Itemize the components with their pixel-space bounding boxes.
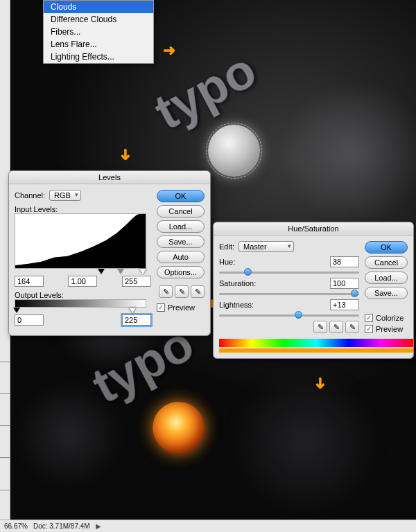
eyedropper-white-icon[interactable]: ✎ [191, 285, 205, 298]
doc-size: Doc: 3.71M/87.4M [33, 522, 90, 530]
colorize-checkbox[interactable]: ✓ [365, 314, 373, 322]
filter-render-menu: Clouds Difference Clouds Fibers... Lens … [43, 0, 154, 64]
preview-label: Preview [168, 303, 195, 312]
arrow-down-icon: ➜ [311, 377, 329, 389]
arrow-right-icon: ➜ [163, 42, 175, 60]
saturation-thumb[interactable] [351, 290, 358, 297]
eyedropper-black-icon[interactable]: ✎ [159, 285, 173, 298]
moon-selection [208, 125, 260, 177]
output-white-slider[interactable] [129, 308, 136, 313]
load-button[interactable]: Load... [365, 272, 408, 284]
histogram [15, 213, 146, 269]
colorize-label: Colorize [376, 314, 404, 322]
lightness-field[interactable] [330, 299, 359, 310]
save-button[interactable]: Save... [157, 236, 205, 248]
input-slider[interactable] [15, 269, 146, 276]
status-arrow-icon[interactable]: ▶ [96, 522, 101, 530]
save-button[interactable]: Save... [365, 287, 408, 299]
output-levels-label: Output Levels: [15, 291, 151, 299]
lightness-thumb[interactable] [295, 311, 302, 319]
preview-checkbox[interactable]: ✓ [157, 303, 165, 312]
levels-dialog: Levels Channel: RGB Input Levels: Output… [8, 170, 211, 336]
hue-label: Hue: [219, 258, 262, 266]
black-point-slider[interactable] [98, 269, 105, 274]
hue-slider[interactable] [219, 272, 359, 274]
status-bar: 66.67% Doc: 3.71M/87.4M ▶ [0, 520, 416, 532]
cancel-button[interactable]: Cancel [365, 256, 408, 269]
cancel-button[interactable]: Cancel [157, 205, 205, 218]
preview-label: Preview [376, 325, 403, 333]
load-button[interactable]: Load... [157, 220, 205, 233]
hue-spectrum [219, 339, 413, 347]
sun-sphere [153, 402, 205, 454]
input-mid-field[interactable] [68, 276, 97, 287]
cloud-texture [263, 90, 416, 215]
input-black-field[interactable] [15, 276, 44, 287]
preview-checkbox[interactable]: ✓ [365, 325, 373, 333]
menu-item-clouds[interactable]: Clouds [44, 1, 153, 13]
result-spectrum [219, 348, 413, 353]
lightness-slider[interactable] [219, 314, 359, 317]
menu-item-lighting-effects[interactable]: Lighting Effects... [44, 51, 153, 63]
cloud-texture [201, 373, 409, 511]
output-white-field[interactable] [122, 314, 151, 326]
menu-item-lens-flare[interactable]: Lens Flare... [44, 38, 153, 51]
output-black-field[interactable] [15, 314, 44, 326]
huesat-title: Hue/Saturation [214, 222, 413, 236]
eyedropper-add-icon[interactable]: ✎ [329, 321, 343, 333]
channel-select[interactable]: RGB [49, 190, 81, 201]
white-point-slider[interactable] [139, 269, 146, 274]
ok-button[interactable]: OK [365, 241, 408, 254]
lightness-label: Lightness: [219, 301, 262, 309]
saturation-label: Saturation: [219, 279, 262, 287]
eyedropper-gray-icon[interactable]: ✎ [175, 285, 189, 298]
zoom-level[interactable]: 66.67% [4, 522, 28, 530]
saturation-slider[interactable] [219, 293, 359, 295]
menu-item-difference-clouds[interactable]: Difference Clouds [44, 13, 153, 26]
auto-button[interactable]: Auto [157, 251, 205, 263]
eyedropper-icon[interactable]: ✎ [313, 321, 327, 333]
eyedropper-subtract-icon[interactable]: ✎ [345, 321, 359, 333]
input-levels-label: Input Levels: [15, 205, 151, 213]
output-gradient [15, 299, 146, 308]
saturation-field[interactable] [330, 278, 359, 289]
output-slider[interactable] [15, 308, 146, 314]
output-black-slider[interactable] [13, 308, 20, 313]
levels-title: Levels [9, 171, 210, 184]
edit-select[interactable]: Master [239, 241, 294, 252]
input-white-field[interactable] [122, 276, 151, 287]
menu-item-fibers[interactable]: Fibers... [44, 26, 153, 38]
hue-thumb[interactable] [244, 268, 252, 276]
arrow-down-icon: ➜ [116, 148, 135, 161]
ok-button[interactable]: OK [157, 190, 205, 202]
edit-label: Edit: [219, 242, 234, 251]
options-button[interactable]: Options... [157, 266, 205, 278]
hue-saturation-dialog: Hue/Saturation Edit: Master Hue: Saturat… [213, 222, 414, 359]
hue-field[interactable] [330, 256, 359, 267]
channel-label: Channel: [15, 191, 45, 200]
mid-point-slider[interactable] [117, 269, 124, 274]
